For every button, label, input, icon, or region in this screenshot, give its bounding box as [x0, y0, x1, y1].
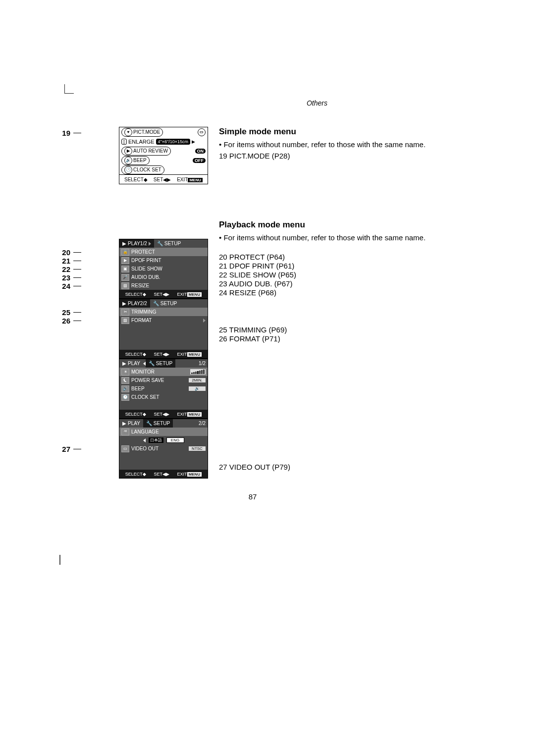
brightness-bars: [190, 369, 206, 375]
format-icon: ▧: [121, 317, 129, 324]
beep-icon: 🔊: [121, 385, 129, 392]
item-25: 25 TRIMMING (P69): [219, 325, 446, 334]
callout-19: 19: [59, 129, 81, 137]
simple-mode-title: Simple mode menu: [219, 127, 446, 137]
page-content: Others 19 ♥ PICT.MODE: [59, 99, 446, 501]
setup-tab: 🔧SETUP: [154, 239, 184, 248]
off-badge: OFF: [193, 158, 206, 163]
beep-row: 🔊 BEEP: [121, 156, 150, 165]
lang-jp: 日本語: [149, 437, 163, 443]
review-icon: ▶: [124, 147, 132, 155]
playback-screen-2: ▶PLAY2/2 🔧SETUP ✂TRIMMING ▧FORMAT SELECT…: [119, 299, 208, 359]
clock-icon: 🕐: [124, 166, 132, 174]
clock-icon: 🕐: [121, 394, 129, 401]
powersave-icon: ⏾: [121, 377, 129, 384]
video-out-icon: ▭: [121, 445, 129, 452]
language-icon: ᴬᴮ: [121, 429, 129, 435]
resize-icon: ▨: [121, 282, 129, 289]
simple-note: • For items without number, refer to tho…: [219, 140, 446, 150]
item-26: 26 FORMAT (P71): [219, 334, 446, 343]
playback-mode-title: Playback mode menu: [219, 220, 446, 230]
crop-mark-bottom-left: [59, 555, 60, 565]
simple-mode-screen: ♥ PICT.MODE ▭ ▯ ENLARGE 4"×6"/10×15cm ▶ …: [119, 127, 208, 184]
speaker-icon: 🔊: [124, 157, 132, 164]
aspect-icon: ▭: [198, 128, 206, 136]
pict-mode-row: ♥ PICT.MODE: [121, 128, 163, 137]
playback-setup-screen-1: ▶PLAY 🔧SETUP 1/2 ☀MONITOR ⏾POWER SAVE2MI…: [119, 359, 208, 419]
item-27: 27 VIDEO OUT (P79): [219, 463, 446, 471]
item-22: 22 SLIDE SHOW (P65): [219, 270, 446, 279]
crop-mark-top-left: [64, 84, 74, 94]
simple-footer: SELECT◆ SET◀▶ EXITMENU: [119, 174, 208, 184]
item-19: 19 PICT.MODE (P28): [219, 152, 446, 160]
on-badge: ON: [195, 149, 206, 154]
dpof-icon: ▶: [121, 257, 129, 264]
item-20: 20 PROTECT (P64): [219, 253, 446, 261]
item-23: 23 AUDIO DUB. (P67): [219, 279, 446, 288]
enlarge-value: 4"×6"/10×15cm: [156, 139, 190, 145]
slideshow-icon: ▣: [121, 266, 129, 272]
clock-set-row: 🕐 CLOCK SET: [121, 165, 164, 174]
heart-icon: ♥: [124, 128, 132, 136]
brightness-icon: ☀: [121, 369, 129, 376]
item-24: 24 RESIZE (P68): [219, 288, 446, 297]
right-column: Simple mode menu • For items without num…: [219, 127, 446, 479]
lock-icon: 🔒: [121, 249, 129, 256]
playback-note: • For items without number, refer to tho…: [219, 233, 446, 243]
play-tab: ▶PLAY1/2: [119, 239, 154, 248]
scissors-icon: ✂: [121, 309, 129, 316]
item-21: 21 DPOF PRINT (P61): [219, 262, 446, 270]
enlarge-icon: ▯: [121, 139, 127, 145]
auto-review-row: ▶ AUTO REVIEW: [121, 147, 171, 156]
content-columns: 19 ♥ PICT.MODE ▭ ▯ ENLARGE: [59, 127, 446, 479]
section-header: Others: [188, 99, 446, 107]
playback-screen-1: ▶PLAY1/2 🔧SETUP 🔒PROTECT ▶DPOF PRINT ▣SL…: [119, 239, 208, 299]
playback-setup-screen-2: ▶PLAY 🔧SETUP 2/2 ᴬᴮLANGUAGE 日本語 ENG ▭VID…: [119, 419, 208, 479]
mic-icon: 🎤: [121, 274, 129, 281]
page-number: 87: [59, 492, 446, 501]
left-column: 19 ♥ PICT.MODE ▭ ▯ ENLARGE: [59, 127, 208, 479]
lang-en: ENG: [166, 437, 184, 443]
